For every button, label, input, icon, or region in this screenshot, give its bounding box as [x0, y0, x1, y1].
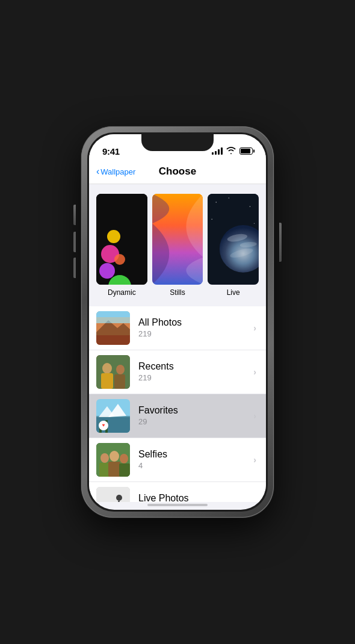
all-photos-thumbnail [96, 311, 130, 345]
dynamic-label: Dynamic [108, 288, 136, 297]
list-item[interactable]: Recents 219 › [89, 350, 266, 394]
wallpaper-categories: Dynamic [89, 184, 266, 302]
home-indicator [147, 504, 208, 506]
category-live[interactable]: Live [208, 194, 259, 297]
chevron-icon: › [253, 455, 256, 465]
wifi-icon [226, 147, 236, 155]
list-item[interactable]: Selfies 4 › [89, 438, 266, 482]
selfies-title: Selfies [138, 449, 253, 460]
svg-point-32 [100, 453, 109, 463]
phone-frame: 9:41 [81, 126, 274, 518]
favorites-thumbnail: ♥ [96, 399, 130, 433]
back-button[interactable]: ‹ Wallpaper [96, 167, 135, 177]
svg-point-3 [229, 197, 229, 198]
selfies-count: 4 [138, 461, 253, 470]
favorites-count: 29 [138, 417, 253, 426]
svg-point-21 [116, 365, 125, 374]
svg-rect-20 [101, 373, 113, 389]
svg-point-4 [250, 206, 250, 206]
svg-rect-16 [96, 311, 130, 323]
list-item[interactable]: Live Photos 3 › [89, 482, 266, 502]
phone-inner: 9:41 [87, 132, 268, 512]
back-label: Wallpaper [100, 167, 135, 176]
category-dynamic[interactable]: Dynamic [96, 194, 147, 297]
content-area: Dynamic [89, 184, 266, 502]
svg-rect-39 [96, 487, 130, 502]
photo-list: All Photos 219 › [89, 306, 266, 502]
favorites-info: Favorites 29 [138, 405, 253, 426]
recents-thumbnail [96, 355, 130, 389]
svg-point-2 [216, 202, 217, 202]
svg-rect-22 [114, 374, 125, 389]
svg-rect-37 [119, 463, 130, 477]
live-photos-thumbnail [96, 487, 130, 502]
svg-point-34 [110, 451, 119, 462]
svg-point-36 [120, 454, 128, 463]
list-item[interactable]: ♥ Favorites 29 › [89, 394, 266, 438]
chevron-icon: › [253, 323, 256, 333]
signal-icon [212, 147, 223, 155]
live-label: Live [227, 288, 240, 297]
all-photos-title: All Photos [138, 317, 253, 328]
nav-title: Choose [159, 166, 196, 178]
recents-count: 219 [138, 373, 253, 382]
recents-info: Recents 219 [138, 361, 253, 382]
all-photos-count: 219 [138, 329, 253, 338]
phone-screen: 9:41 [89, 134, 266, 510]
selfies-info: Selfies 4 [138, 449, 253, 470]
notch [141, 134, 214, 151]
nav-bar: ‹ Wallpaper Choose [89, 161, 266, 184]
svg-point-42 [116, 495, 122, 501]
favorites-title: Favorites [138, 405, 253, 416]
svg-point-6 [254, 223, 255, 224]
chevron-icon: › [253, 411, 256, 421]
stills-thumbnail [152, 194, 203, 285]
chevron-icon: › [253, 499, 256, 502]
svg-rect-35 [108, 462, 120, 477]
svg-point-19 [102, 363, 112, 374]
status-icons [212, 147, 253, 155]
live-photos-info: Live Photos 3 [138, 493, 253, 502]
back-chevron-icon: ‹ [96, 166, 99, 177]
selfies-thumbnail [96, 443, 130, 477]
live-thumbnail [208, 194, 259, 285]
svg-point-5 [212, 218, 212, 219]
live-photos-title: Live Photos [138, 493, 253, 502]
recents-title: Recents [138, 361, 253, 372]
dynamic-thumbnail [96, 194, 147, 285]
battery-icon [239, 147, 253, 155]
category-stills[interactable]: Stills [152, 194, 203, 297]
chevron-icon: › [253, 367, 256, 377]
list-item[interactable]: All Photos 219 › [89, 306, 266, 350]
status-time: 9:41 [102, 146, 120, 156]
heart-icon: ♥ [99, 421, 108, 430]
all-photos-info: All Photos 219 [138, 317, 253, 338]
stills-label: Stills [170, 288, 185, 297]
